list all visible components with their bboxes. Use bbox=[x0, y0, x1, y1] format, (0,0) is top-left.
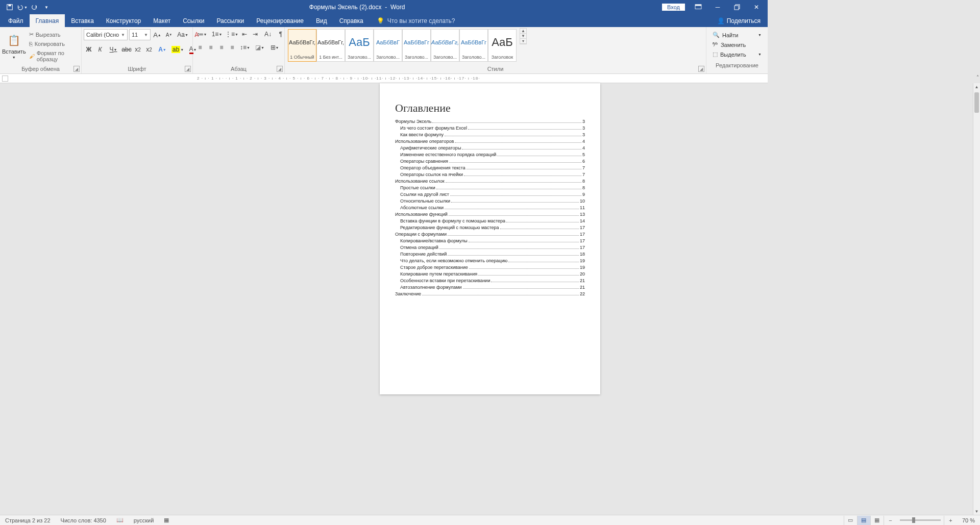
toc-entry[interactable]: Использование функций13 bbox=[395, 212, 585, 217]
toc-entry[interactable]: Особенности вставки при перетаскивании21 bbox=[400, 278, 585, 283]
toc-entry[interactable]: Простые ссылки8 bbox=[400, 185, 585, 190]
toc-entry[interactable]: Из чего состоит формула Excel3 bbox=[400, 126, 585, 131]
italic-icon[interactable]: К bbox=[95, 44, 105, 55]
toc-entry[interactable]: Абсолютные ссылки11 bbox=[400, 205, 585, 210]
show-marks-icon[interactable]: ¶ bbox=[276, 29, 286, 39]
toc-entry[interactable]: Изменение естественного порядка операций… bbox=[400, 152, 585, 157]
tab-mailings[interactable]: Рассылки bbox=[210, 14, 250, 27]
format-painter-button[interactable]: 🖌Формат по образцу bbox=[27, 49, 79, 63]
align-left-icon[interactable]: ≡ bbox=[195, 42, 205, 53]
align-right-icon[interactable]: ≡ bbox=[216, 42, 227, 53]
toc-entry[interactable]: Редактирование функций с помощью мастера… bbox=[400, 225, 585, 230]
font-size-select[interactable]: 11▼ bbox=[129, 29, 151, 40]
sort-icon[interactable]: A↓ bbox=[261, 29, 275, 39]
font-dialog-launcher[interactable]: ◢ bbox=[185, 66, 191, 72]
change-case-icon[interactable]: Aa▼ bbox=[176, 30, 190, 40]
styles-scroll-up[interactable]: ▲ bbox=[520, 29, 526, 34]
tab-insert[interactable]: Вставка bbox=[65, 14, 100, 27]
toc-entry[interactable]: Операторы ссылок на ячейки7 bbox=[400, 172, 585, 177]
underline-icon[interactable]: Ч▼ bbox=[106, 44, 120, 55]
subscript-icon[interactable]: x2 bbox=[133, 44, 143, 55]
paragraph-dialog-launcher[interactable]: ◢ bbox=[277, 66, 283, 72]
toc-entry[interactable]: Как ввести формулу3 bbox=[400, 132, 585, 137]
toc-entry[interactable]: Ссылки на другой лист9 bbox=[400, 192, 585, 197]
tab-review[interactable]: Рецензирование bbox=[250, 14, 310, 27]
toc-entry[interactable]: Использование ссылок8 bbox=[395, 179, 585, 184]
tab-selector[interactable] bbox=[2, 76, 8, 82]
find-button[interactable]: 🔍Найти▼ bbox=[709, 30, 765, 40]
share-button[interactable]: 👤 Поделиться bbox=[717, 14, 768, 27]
decrease-indent-icon[interactable]: ⇤ bbox=[239, 29, 250, 39]
qat-customize-icon[interactable]: ▼ bbox=[41, 2, 52, 13]
ribbon-display-icon[interactable] bbox=[689, 0, 707, 14]
toc-entry[interactable]: Арифметические операторы4 bbox=[400, 145, 585, 151]
toc-entry[interactable]: Операторы сравнения6 bbox=[400, 159, 585, 164]
styles-dialog-launcher[interactable]: ◢ bbox=[698, 66, 704, 72]
tab-home[interactable]: Главная bbox=[30, 14, 65, 27]
tab-file[interactable]: Файл bbox=[2, 14, 30, 27]
line-spacing-icon[interactable]: ↕≡▼ bbox=[238, 42, 252, 53]
style-item-4[interactable]: АаБбВвГгЗаголово... bbox=[402, 29, 431, 62]
save-icon[interactable] bbox=[4, 2, 15, 13]
tab-help[interactable]: Справка bbox=[333, 14, 370, 27]
toc-entry[interactable]: Отмена операций17 bbox=[400, 245, 585, 250]
toc-entry[interactable]: Заключение22 bbox=[395, 291, 585, 296]
toc-entry[interactable]: Оператор объединения текста7 bbox=[400, 165, 585, 170]
style-item-1[interactable]: АаБбВвГг,1 Без инт... bbox=[316, 29, 345, 62]
borders-icon[interactable]: ⊞▼ bbox=[267, 42, 282, 53]
justify-icon[interactable]: ≡ bbox=[227, 42, 237, 53]
toc-entry[interactable]: Автозаполнение формулами21 bbox=[400, 285, 585, 290]
style-item-2[interactable]: АаБЗаголово... bbox=[345, 29, 374, 62]
replace-button[interactable]: ª⁄ᵇЗаменить bbox=[709, 40, 765, 49]
bullets-icon[interactable]: ≔▼ bbox=[195, 29, 209, 39]
highlight-icon[interactable]: ab▼ bbox=[170, 44, 185, 55]
shrink-font-icon[interactable]: A▼ bbox=[164, 30, 174, 40]
text-effects-icon[interactable]: A▼ bbox=[155, 44, 169, 55]
tab-layout[interactable]: Макет bbox=[147, 14, 177, 27]
clipboard-dialog-launcher[interactable]: ◢ bbox=[74, 66, 80, 72]
copy-button[interactable]: ⎘Копировать bbox=[27, 40, 79, 48]
toc-entry[interactable]: Формулы Эксель3 bbox=[395, 119, 585, 124]
toc-entry[interactable]: Старое доброе перетаскивание19 bbox=[400, 265, 585, 270]
undo-icon[interactable]: ▼ bbox=[16, 2, 28, 13]
toc-entry[interactable]: Вставка функции в формулу с помощью маст… bbox=[400, 218, 585, 223]
tab-design[interactable]: Конструктор bbox=[100, 14, 147, 27]
style-item-7[interactable]: АаБЗаголовок bbox=[488, 29, 517, 62]
login-button[interactable]: Вход bbox=[662, 4, 685, 11]
align-center-icon[interactable]: ≡ bbox=[206, 42, 216, 53]
redo-icon[interactable] bbox=[29, 2, 40, 13]
toc-entry[interactable]: Копирование/вставка формулы17 bbox=[400, 238, 585, 243]
horizontal-ruler[interactable]: 2 · ı · 1 · ı · · ı · 1 · ı · 2 · ı · 3 … bbox=[197, 76, 480, 81]
toc-entry[interactable]: Что делать, если невозможно отменить опе… bbox=[400, 258, 585, 263]
toc-entry[interactable]: Использование операторов4 bbox=[395, 139, 585, 144]
style-item-3[interactable]: АаБбВвГЗаголово... bbox=[374, 29, 402, 62]
cut-button[interactable]: ✂Вырезать bbox=[27, 30, 79, 39]
tell-me[interactable]: 💡 Что вы хотите сделать? bbox=[370, 14, 455, 27]
restore-icon[interactable] bbox=[728, 0, 746, 14]
close-icon[interactable]: ✕ bbox=[747, 0, 766, 14]
numbering-icon[interactable]: 1≡▼ bbox=[210, 29, 224, 39]
toc-entry[interactable]: Копирование путем перетаскивания20 bbox=[400, 271, 585, 277]
paste-button[interactable]: 📋 Вставить ▼ bbox=[2, 28, 26, 64]
styles-scroll-down[interactable]: ▼ bbox=[520, 34, 526, 39]
style-item-0[interactable]: АаБбВвГг,1 Обычный bbox=[288, 29, 316, 62]
toc-entry[interactable]: Повторение действий18 bbox=[400, 252, 585, 257]
font-name-select[interactable]: Calibri (Осно▼ bbox=[84, 29, 128, 40]
bold-icon[interactable]: Ж bbox=[84, 44, 94, 55]
minimize-icon[interactable]: ─ bbox=[708, 0, 727, 14]
grow-font-icon[interactable]: A▲ bbox=[152, 30, 162, 40]
increase-indent-icon[interactable]: ⇥ bbox=[250, 29, 260, 39]
document-page[interactable]: Оглавление Формулы Эксель3Из чего состои… bbox=[380, 83, 600, 394]
style-item-5[interactable]: АаБбВвГг,Заголово... bbox=[431, 29, 459, 62]
multilevel-icon[interactable]: ⋮≡▼ bbox=[225, 29, 239, 39]
select-button[interactable]: ⬚Выделить▼ bbox=[709, 49, 765, 59]
tab-references[interactable]: Ссылки bbox=[177, 14, 210, 27]
strike-icon[interactable]: abc bbox=[121, 44, 132, 55]
toc-entry[interactable]: Относительные ссылки10 bbox=[400, 198, 585, 204]
shading-icon[interactable]: ◪▼ bbox=[253, 42, 267, 53]
superscript-icon[interactable]: x2 bbox=[144, 44, 154, 55]
toc-entry[interactable]: Операции с формулами17 bbox=[395, 232, 585, 237]
style-item-6[interactable]: АаБбВвГгЗаголово... bbox=[459, 29, 488, 62]
styles-expand[interactable]: ▾ bbox=[520, 39, 526, 44]
tab-view[interactable]: Вид bbox=[310, 14, 333, 27]
